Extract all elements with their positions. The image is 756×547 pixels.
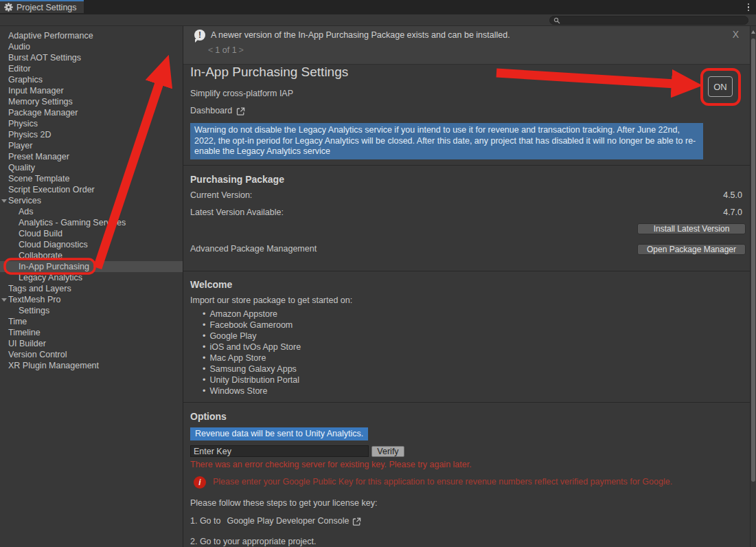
- sidebar-item-analytics-gaming-services[interactable]: Analytics - Gaming Services: [0, 217, 183, 228]
- open-package-manager-button[interactable]: Open Package Manager: [637, 244, 746, 255]
- sidebar-item-package-manager[interactable]: Package Manager: [0, 107, 183, 118]
- pager-next-icon[interactable]: >: [237, 45, 246, 55]
- sidebar-item-editor[interactable]: Editor: [0, 63, 183, 74]
- sidebar-item-version-control[interactable]: Version Control: [0, 349, 183, 360]
- scrollbar-up-icon[interactable]: [751, 30, 755, 34]
- sidebar-item-graphics[interactable]: Graphics: [0, 74, 183, 85]
- external-link-icon: [236, 107, 245, 116]
- close-icon[interactable]: X: [733, 29, 739, 40]
- sidebar-item-textmesh-pro[interactable]: TextMesh Pro: [0, 294, 183, 305]
- sidebar-item-cloud-build[interactable]: Cloud Build: [0, 228, 183, 239]
- welcome-intro: Import our store package to get started …: [190, 295, 352, 305]
- google-play-console-link[interactable]: Google Play Developer Console: [227, 516, 349, 526]
- verify-button[interactable]: Verify: [371, 446, 404, 457]
- sidebar-item-list: Adaptive PerformanceAudioBurst AOT Setti…: [0, 30, 183, 371]
- store-list-item-amazon-appstore: •Amazon Appstore: [203, 309, 301, 320]
- sidebar-item-timeline[interactable]: Timeline: [0, 327, 183, 338]
- sidebar-item-xr-plugin-management[interactable]: XR Plugin Management: [0, 360, 183, 371]
- service-subtitle: Simplify cross-platform IAP: [190, 89, 293, 98]
- google-key-input[interactable]: [190, 445, 369, 457]
- foldout-triangle-icon[interactable]: [1, 199, 7, 203]
- sidebar-item-legacy-analytics[interactable]: Legacy Analytics: [0, 272, 183, 283]
- sidebar-item-label: Script Execution Order: [8, 185, 95, 194]
- pager-text: 1 of 1: [215, 45, 236, 55]
- foldout-triangle-icon[interactable]: [1, 298, 7, 302]
- sidebar-item-label: Package Manager: [8, 108, 78, 118]
- store-label: Mac App Store: [209, 353, 266, 363]
- store-label: Facebook Gameroom: [209, 320, 293, 330]
- latest-version-label: Latest Version Available:: [190, 208, 284, 217]
- purchasing-package-header: Purchasing Package: [190, 174, 284, 185]
- sidebar-item-input-manager[interactable]: Input Manager: [0, 85, 183, 96]
- external-link-icon[interactable]: [352, 517, 361, 526]
- gear-icon: [4, 3, 13, 12]
- bullet-icon: •: [203, 353, 205, 363]
- sidebar-item-label: Quality: [8, 163, 35, 172]
- search-input[interactable]: [560, 16, 735, 25]
- bullet-icon: •: [203, 342, 205, 352]
- sidebar-item-label: Burst AOT Settings: [8, 53, 81, 63]
- current-version-label: Current Version:: [190, 190, 252, 200]
- store-label: Unity Distribution Portal: [209, 375, 299, 385]
- step1-prefix: 1. Go to: [190, 516, 220, 526]
- sidebar-item-label: Scene Template: [8, 174, 69, 183]
- analytics-note-chip: Revenue data will be sent to Unity Analy…: [190, 427, 368, 440]
- step-2: 2. Go to your appropriate project.: [190, 537, 316, 546]
- sidebar-item-label: Input Manager: [8, 86, 64, 96]
- tab-project-settings[interactable]: Project Settings: [0, 0, 84, 13]
- sidebar-item-physics-2d[interactable]: Physics 2D: [0, 129, 183, 140]
- error-info-icon: i: [194, 476, 206, 489]
- sidebar-item-label: Editor: [8, 64, 31, 74]
- window-menu-icon[interactable]: [745, 2, 752, 12]
- vertical-scrollbar[interactable]: [750, 26, 756, 547]
- sidebar-item-cloud-diagnostics[interactable]: Cloud Diagnostics: [0, 239, 183, 250]
- sidebar-item-in-app-purchasing[interactable]: In-App Purchasing: [0, 261, 183, 272]
- advanced-package-management-label: Advanced Package Management: [190, 244, 317, 254]
- sidebar-item-audio[interactable]: Audio: [0, 41, 183, 52]
- sidebar-item-physics[interactable]: Physics: [0, 118, 183, 129]
- sidebar-item-label: Physics: [8, 119, 38, 129]
- window-tab-strip: Project Settings: [0, 0, 756, 14]
- sidebar-item-ads[interactable]: Ads: [0, 206, 183, 217]
- sidebar-item-player[interactable]: Player: [0, 140, 183, 151]
- store-label: Samsung Galaxy Apps: [209, 364, 296, 374]
- store-list-item-facebook-gameroom: •Facebook Gameroom: [203, 320, 301, 331]
- sidebar-item-script-execution-order[interactable]: Script Execution Order: [0, 184, 183, 195]
- store-list-item-mac-app-store: •Mac App Store: [203, 353, 301, 364]
- pager-prev-icon[interactable]: <: [206, 45, 215, 55]
- notification-message: A newer version of the In-App Purchasing…: [211, 30, 510, 40]
- sidebar-item-label: Cloud Diagnostics: [19, 240, 88, 249]
- sidebar-item-label: Tags and Layers: [8, 284, 71, 293]
- sidebar-item-services[interactable]: Services: [0, 195, 183, 206]
- sidebar-item-label: Analytics - Gaming Services: [19, 218, 126, 227]
- sidebar-item-memory-settings[interactable]: Memory Settings: [0, 96, 183, 107]
- sidebar-item-label: Physics 2D: [8, 130, 51, 139]
- options-header: Options: [190, 411, 227, 422]
- sidebar-item-adaptive-performance[interactable]: Adaptive Performance: [0, 30, 183, 41]
- sidebar-item-label: Cloud Build: [19, 229, 62, 238]
- dashboard-link-label: Dashboard: [190, 106, 232, 115]
- sidebar-item-burst-aot-settings[interactable]: Burst AOT Settings: [0, 52, 183, 63]
- sidebar-item-collaborate[interactable]: Collaborate: [0, 250, 183, 261]
- search-box[interactable]: [549, 16, 748, 25]
- store-list-item-ios-and-tvos-app-store: •iOS and tvOs App Store: [203, 342, 301, 353]
- notification-bubble-icon: !: [194, 30, 205, 41]
- sidebar-item-settings[interactable]: Settings: [0, 305, 183, 316]
- server-error-text: There was an error checking server for e…: [190, 460, 472, 469]
- sidebar-item-time[interactable]: Time: [0, 316, 183, 327]
- notification-pager: <1 of 1>: [206, 45, 246, 55]
- scrollbar-thumb[interactable]: [751, 38, 755, 482]
- sidebar-item-quality[interactable]: Quality: [0, 162, 183, 173]
- sidebar-item-scene-template[interactable]: Scene Template: [0, 173, 183, 184]
- sidebar-item-tags-and-layers[interactable]: Tags and Layers: [0, 283, 183, 294]
- bullet-icon: •: [203, 364, 205, 374]
- sidebar-item-preset-manager[interactable]: Preset Manager: [0, 151, 183, 162]
- steps-intro: Please follow these steps to get your li…: [190, 498, 377, 508]
- sidebar-item-label: Legacy Analytics: [19, 273, 82, 282]
- section-divider: [183, 165, 750, 166]
- store-label: Google Play: [209, 331, 256, 341]
- service-on-toggle[interactable]: ON: [708, 76, 733, 97]
- sidebar-item-ui-builder[interactable]: UI Builder: [0, 338, 183, 349]
- install-latest-version-button[interactable]: Install Latest Version: [637, 223, 746, 234]
- dashboard-link[interactable]: Dashboard: [190, 106, 245, 115]
